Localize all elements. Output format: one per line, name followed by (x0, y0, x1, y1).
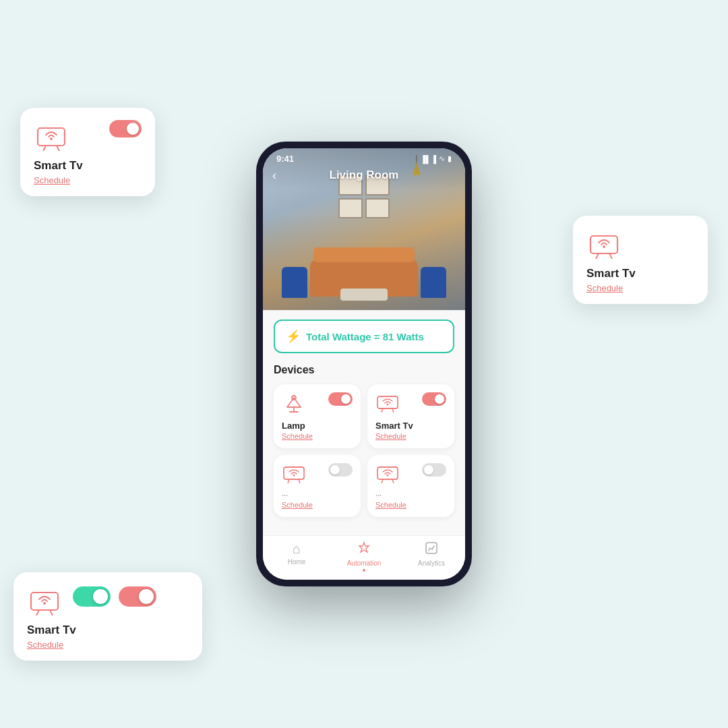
big-toggle-pink[interactable] (119, 586, 156, 607)
wifi-icon: ∿ (439, 154, 445, 163)
fc-header-right (586, 228, 694, 260)
svg-line-17 (382, 408, 383, 413)
analytics-nav-label: Analytics (418, 559, 445, 567)
device3-schedule[interactable]: Schedule (282, 501, 353, 509)
tv-toggle-float-left[interactable] (109, 120, 142, 138)
device-card-lamp: Lamp Schedule (274, 384, 361, 448)
lamp-toggle[interactable] (328, 392, 353, 406)
svg-line-18 (392, 408, 394, 413)
svg-line-22 (299, 479, 300, 483)
wattage-banner: ⚡ Total Wattage = 81 Watts (274, 320, 454, 353)
fc-device-name-left: Smart Tv (34, 159, 142, 173)
devices-section-title: Devices (274, 364, 454, 376)
svg-rect-0 (38, 128, 65, 146)
fc-schedule-right[interactable]: Schedule (586, 283, 694, 293)
art-frame-4 (365, 198, 390, 218)
automation-nav-icon (357, 541, 371, 558)
device4-toggle[interactable] (422, 463, 446, 477)
status-icons: ▐▌▐ ∿ ▮ (421, 154, 452, 163)
phone-container: ‹ Living Room 9:41 ▐▌▐ ∿ ▮ ⚡ Total Watta… (256, 142, 472, 586)
home-nav-label: Home (288, 558, 306, 566)
svg-point-23 (293, 475, 295, 477)
svg-point-3 (50, 138, 53, 140)
devices-row2: ··· Schedule (274, 455, 454, 517)
home-nav-icon: ⌂ (293, 541, 301, 557)
svg-line-9 (36, 610, 39, 615)
tv-toggle-small[interactable] (422, 392, 446, 406)
floating-card-top-right: Smart Tv Schedule (573, 216, 708, 304)
tv-icon-small (375, 392, 400, 414)
fc-schedule-bottom[interactable]: Schedule (27, 640, 189, 650)
svg-point-27 (387, 475, 389, 477)
svg-point-19 (387, 404, 389, 406)
big-toggle-green[interactable] (73, 586, 111, 607)
tv-icon-float-right (586, 228, 621, 260)
battery-icon: ▮ (448, 154, 452, 163)
signal-icon: ▐▌▐ (421, 155, 436, 163)
svg-line-25 (382, 479, 383, 483)
floating-card-bottom-left: Smart Tv Schedule (13, 572, 202, 661)
svg-rect-4 (590, 236, 617, 253)
status-bar: 9:41 ▐▌▐ ∿ ▮ (263, 148, 465, 166)
fc-header (34, 120, 142, 152)
bc-toggles (73, 586, 156, 607)
fc-schedule-left[interactable]: Schedule (34, 175, 142, 185)
lamp-schedule[interactable]: Schedule (282, 432, 353, 440)
svg-rect-20 (284, 467, 304, 479)
automation-nav-label: Automation (347, 559, 382, 567)
device-card-3: ··· Schedule (274, 455, 361, 517)
chair-left (282, 267, 307, 298)
room-title: Living Room (330, 169, 399, 182)
wattage-text: Total Wattage = 81 Watts (306, 331, 424, 342)
art-frame-3 (338, 198, 363, 218)
chair-right (421, 267, 446, 298)
device4-schedule[interactable]: Schedule (375, 501, 446, 509)
fc-device-name-right: Smart Tv (586, 267, 694, 280)
tv-schedule[interactable]: Schedule (375, 432, 446, 440)
fc-device-name-bottom: Smart Tv (27, 624, 189, 637)
floating-card-top-left: Smart Tv Schedule (20, 108, 155, 196)
lamp-icon (282, 392, 306, 414)
status-time: 9:41 (276, 154, 294, 164)
device-card-header-tv (375, 392, 446, 414)
svg-point-11 (43, 602, 46, 605)
device-card-tv: Smart Tv Schedule (367, 384, 454, 448)
devices-grid: Lamp Schedule (274, 384, 454, 448)
svg-line-26 (392, 479, 394, 483)
svg-rect-28 (426, 543, 437, 553)
tv-name: Smart Tv (375, 421, 446, 431)
device4-name: ··· (375, 491, 446, 499)
tv-icon-4 (375, 463, 400, 485)
back-button[interactable]: ‹ (272, 169, 276, 183)
device3-toggle[interactable] (328, 463, 353, 477)
nav-item-analytics[interactable]: Analytics (398, 541, 465, 572)
svg-rect-16 (377, 396, 398, 408)
svg-line-5 (596, 253, 599, 259)
nav-active-dot (363, 569, 365, 572)
nav-item-automation[interactable]: Automation (330, 541, 398, 572)
phone-inner: ‹ Living Room 9:41 ▐▌▐ ∿ ▮ ⚡ Total Watta… (263, 148, 465, 580)
tv-icon-float-bottom (27, 584, 62, 617)
room-header: ‹ Living Room 9:41 ▐▌▐ ∿ ▮ (263, 148, 465, 310)
device3-name: ··· (282, 491, 353, 499)
lamp-name: Lamp (282, 421, 353, 431)
svg-line-1 (43, 146, 46, 151)
svg-rect-8 (31, 593, 58, 610)
svg-point-7 (603, 245, 605, 248)
device-card-header-4 (375, 463, 446, 485)
svg-rect-24 (377, 467, 398, 479)
svg-line-21 (288, 479, 289, 483)
tv-icon-float-left (34, 120, 69, 152)
device-card-4: ··· Schedule (367, 455, 454, 517)
device-card-header-3 (282, 463, 353, 485)
tv-icon-3 (282, 463, 306, 485)
content-area: ⚡ Total Wattage = 81 Watts Devices (263, 310, 465, 535)
lightning-icon: ⚡ (286, 329, 301, 344)
device-card-header-lamp (282, 392, 353, 414)
bottom-nav: ⌂ Home Automation An (263, 535, 465, 580)
coffee-table (340, 289, 388, 301)
analytics-nav-icon (425, 541, 438, 558)
nav-item-home[interactable]: ⌂ Home (263, 541, 330, 572)
svg-line-2 (57, 146, 59, 151)
svg-line-6 (609, 253, 612, 259)
